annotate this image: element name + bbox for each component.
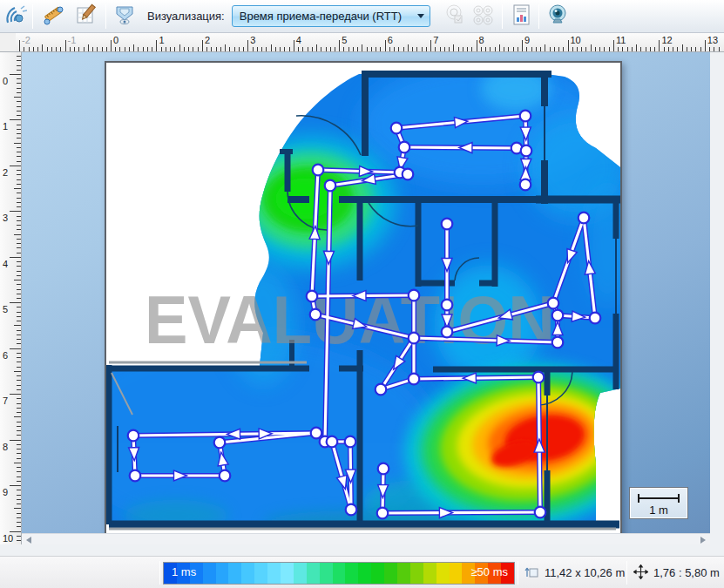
ruler-tick	[10, 119, 21, 120]
ruler-tick	[682, 44, 683, 51]
ruler-tick	[659, 40, 660, 51]
ruler-tick	[271, 44, 272, 51]
survey-point[interactable]	[345, 436, 356, 448]
survey-point[interactable]	[311, 428, 322, 439]
ruler-tick	[17, 125, 21, 125]
survey-point[interactable]	[325, 180, 336, 192]
ruler-tick	[416, 47, 417, 51]
survey-point[interactable]	[376, 384, 387, 395]
ruler-number: 5	[342, 35, 347, 45]
ruler-tick	[29, 47, 30, 51]
ruler-number: 6	[3, 350, 8, 361]
survey-point[interactable]	[552, 337, 564, 348]
visualization-select[interactable]: Время приема-передачи (RTT)	[232, 5, 430, 27]
ruler-tick	[17, 458, 21, 459]
ruler-tick	[17, 261, 21, 262]
ruler-tick	[17, 389, 21, 390]
survey-point[interactable]	[327, 436, 338, 448]
ruler-tick	[284, 47, 285, 51]
ruler-tick	[133, 44, 134, 51]
survey-point[interactable]	[307, 291, 318, 302]
ruler-tick	[198, 47, 199, 51]
survey-point[interactable]	[535, 507, 546, 518]
ruler-tick	[92, 47, 93, 51]
add-marker-button[interactable]	[111, 3, 139, 30]
ruler-tick	[545, 44, 545, 51]
ruler-tick	[714, 47, 714, 51]
survey-point[interactable]	[378, 463, 389, 475]
ruler-tick	[14, 371, 21, 372]
scale-label: 1 m	[649, 504, 668, 517]
scroll-right-icon[interactable]	[700, 537, 706, 544]
survey-point[interactable]	[128, 430, 139, 442]
ruler-tick	[17, 60, 21, 61]
ruler-tick	[604, 47, 605, 51]
survey-point[interactable]	[442, 219, 453, 230]
survey-point[interactable]	[521, 145, 532, 157]
ruler-tick	[106, 47, 107, 51]
ruler-tick	[335, 47, 335, 51]
ruler-tick	[613, 40, 614, 51]
scroll-left-icon[interactable]	[26, 537, 31, 544]
vertical-ruler: 012345678910	[0, 52, 22, 544]
ruler-tick	[308, 47, 308, 51]
ruler-tick	[17, 184, 21, 185]
ruler-tick	[152, 47, 152, 51]
ruler-tick	[558, 47, 559, 51]
survey-point[interactable]	[552, 310, 564, 321]
survey-point[interactable]	[533, 372, 545, 383]
survey-point[interactable]	[520, 111, 531, 122]
ruler-tick	[17, 453, 21, 454]
floor-plan-page[interactable]: EVALUATION	[105, 61, 622, 540]
survey-point[interactable]	[442, 327, 453, 338]
ruler-tick	[17, 380, 21, 381]
map-canvas[interactable]: EVALUATION 1 m	[22, 52, 710, 544]
survey-point[interactable]	[579, 213, 590, 224]
ruler-tick	[495, 47, 496, 51]
survey-point[interactable]	[548, 298, 559, 309]
ruler-tick	[585, 47, 586, 51]
ruler-tick	[229, 47, 230, 51]
radar-scan-button[interactable]	[2, 3, 30, 30]
ruler-tick	[440, 47, 441, 51]
ruler-tick	[179, 44, 180, 51]
ruler-tick	[17, 138, 21, 139]
ruler-tick	[17, 504, 21, 504]
survey-point[interactable]	[130, 470, 141, 482]
ruler-tick	[17, 198, 21, 199]
survey-point[interactable]	[442, 300, 453, 311]
ruler-tick	[275, 47, 276, 51]
webcam-button[interactable]	[544, 3, 572, 30]
survey-point[interactable]	[520, 179, 531, 191]
ruler-tick	[17, 408, 21, 409]
survey-point[interactable]	[346, 504, 357, 516]
edit-floor-plan-button[interactable]	[72, 3, 100, 30]
ruler-tick	[343, 47, 344, 51]
survey-point[interactable]	[214, 437, 226, 449]
ruler-tick	[17, 88, 21, 89]
survey-point[interactable]	[313, 165, 324, 176]
ruler-tick	[17, 266, 21, 267]
ruler-number: 3	[250, 35, 255, 45]
ruler-tick	[17, 316, 21, 317]
survey-point[interactable]	[409, 374, 420, 385]
ruler-tick	[591, 44, 592, 51]
survey-point[interactable]	[590, 313, 601, 324]
ruler-tick	[471, 47, 472, 51]
ruler-number: 2	[3, 167, 8, 178]
survey-point[interactable]	[310, 309, 321, 321]
survey-point[interactable]	[403, 169, 414, 180]
ruler-tick	[385, 40, 386, 51]
survey-point[interactable]	[377, 508, 389, 519]
survey-point[interactable]	[391, 123, 403, 134]
ruler-tick	[17, 284, 21, 285]
ruler-tick	[10, 348, 21, 349]
measure-distance-button[interactable]	[39, 3, 67, 30]
survey-point[interactable]	[220, 470, 231, 482]
survey-point[interactable]	[409, 290, 420, 301]
survey-point[interactable]	[409, 333, 420, 344]
report-button[interactable]	[507, 3, 535, 30]
ruler-tick	[550, 47, 551, 51]
ruler-tick	[17, 111, 21, 112]
survey-point[interactable]	[399, 142, 410, 153]
